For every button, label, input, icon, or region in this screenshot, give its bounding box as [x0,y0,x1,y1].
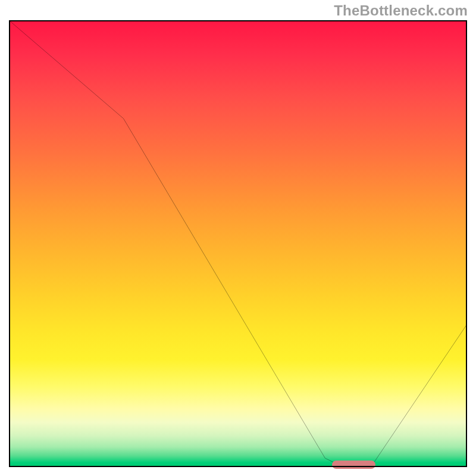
optimal-range-marker [332,461,375,469]
chart-container: TheBottleneck.com [0,0,476,476]
watermark-text: TheBottleneck.com [334,2,468,19]
plot-area [9,20,467,467]
bottleneck-curve-path [9,20,467,467]
curve-layer [9,20,467,467]
